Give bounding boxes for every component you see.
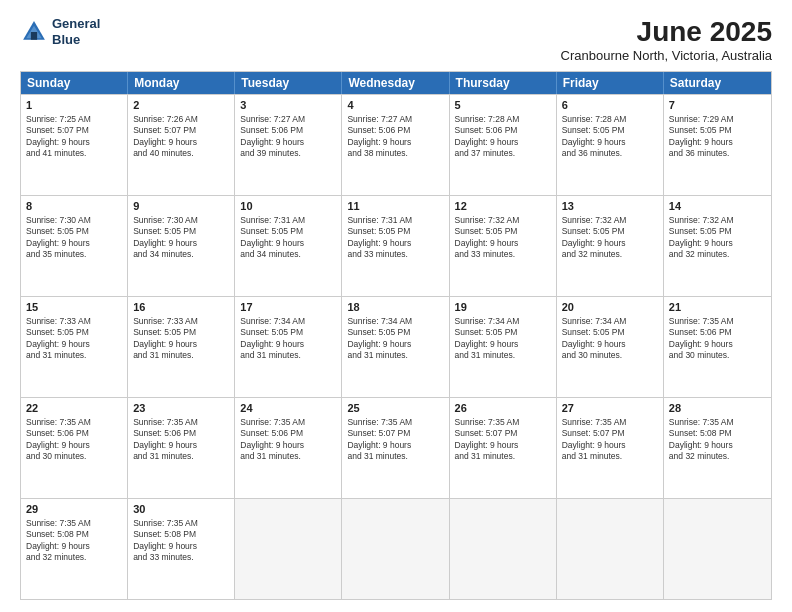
day-info: Sunrise: 7:35 AM Sunset: 5:06 PM Dayligh…: [240, 417, 305, 461]
calendar-cell: 12Sunrise: 7:32 AM Sunset: 5:05 PM Dayli…: [450, 196, 557, 296]
day-info: Sunrise: 7:27 AM Sunset: 5:06 PM Dayligh…: [347, 114, 412, 158]
calendar-cell: 13Sunrise: 7:32 AM Sunset: 5:05 PM Dayli…: [557, 196, 664, 296]
day-number: 1: [26, 98, 122, 113]
day-info: Sunrise: 7:32 AM Sunset: 5:05 PM Dayligh…: [669, 215, 734, 259]
day-info: Sunrise: 7:29 AM Sunset: 5:05 PM Dayligh…: [669, 114, 734, 158]
calendar-header: SundayMondayTuesdayWednesdayThursdayFrid…: [21, 72, 771, 94]
day-info: Sunrise: 7:33 AM Sunset: 5:05 PM Dayligh…: [26, 316, 91, 360]
day-number: 10: [240, 199, 336, 214]
calendar-cell: 14Sunrise: 7:32 AM Sunset: 5:05 PM Dayli…: [664, 196, 771, 296]
day-info: Sunrise: 7:35 AM Sunset: 5:06 PM Dayligh…: [26, 417, 91, 461]
day-info: Sunrise: 7:34 AM Sunset: 5:05 PM Dayligh…: [347, 316, 412, 360]
day-number: 9: [133, 199, 229, 214]
calendar-cell: [342, 499, 449, 599]
svg-rect-2: [31, 32, 37, 40]
day-number: 14: [669, 199, 766, 214]
day-number: 18: [347, 300, 443, 315]
calendar-cell: 25Sunrise: 7:35 AM Sunset: 5:07 PM Dayli…: [342, 398, 449, 498]
calendar-cell: 19Sunrise: 7:34 AM Sunset: 5:05 PM Dayli…: [450, 297, 557, 397]
day-info: Sunrise: 7:27 AM Sunset: 5:06 PM Dayligh…: [240, 114, 305, 158]
logo-icon: [20, 18, 48, 46]
day-info: Sunrise: 7:28 AM Sunset: 5:05 PM Dayligh…: [562, 114, 627, 158]
day-number: 15: [26, 300, 122, 315]
logo-text: General Blue: [52, 16, 100, 47]
logo: General Blue: [20, 16, 100, 47]
calendar-cell: 10Sunrise: 7:31 AM Sunset: 5:05 PM Dayli…: [235, 196, 342, 296]
day-number: 3: [240, 98, 336, 113]
day-info: Sunrise: 7:31 AM Sunset: 5:05 PM Dayligh…: [347, 215, 412, 259]
calendar-cell: 28Sunrise: 7:35 AM Sunset: 5:08 PM Dayli…: [664, 398, 771, 498]
calendar: SundayMondayTuesdayWednesdayThursdayFrid…: [20, 71, 772, 600]
title-block: June 2025 Cranbourne North, Victoria, Au…: [561, 16, 772, 63]
calendar-cell: 26Sunrise: 7:35 AM Sunset: 5:07 PM Dayli…: [450, 398, 557, 498]
day-info: Sunrise: 7:30 AM Sunset: 5:05 PM Dayligh…: [133, 215, 198, 259]
month-title: June 2025: [561, 16, 772, 48]
calendar-cell: 2Sunrise: 7:26 AM Sunset: 5:07 PM Daylig…: [128, 95, 235, 195]
calendar-cell: 27Sunrise: 7:35 AM Sunset: 5:07 PM Dayli…: [557, 398, 664, 498]
calendar-cell: 24Sunrise: 7:35 AM Sunset: 5:06 PM Dayli…: [235, 398, 342, 498]
calendar-header-cell: Wednesday: [342, 72, 449, 94]
day-info: Sunrise: 7:34 AM Sunset: 5:05 PM Dayligh…: [455, 316, 520, 360]
calendar-header-cell: Monday: [128, 72, 235, 94]
day-info: Sunrise: 7:31 AM Sunset: 5:05 PM Dayligh…: [240, 215, 305, 259]
day-number: 30: [133, 502, 229, 517]
calendar-row: 22Sunrise: 7:35 AM Sunset: 5:06 PM Dayli…: [21, 397, 771, 498]
day-number: 24: [240, 401, 336, 416]
day-number: 19: [455, 300, 551, 315]
day-info: Sunrise: 7:30 AM Sunset: 5:05 PM Dayligh…: [26, 215, 91, 259]
day-number: 13: [562, 199, 658, 214]
logo-line2: Blue: [52, 32, 80, 47]
day-number: 20: [562, 300, 658, 315]
day-number: 12: [455, 199, 551, 214]
day-info: Sunrise: 7:35 AM Sunset: 5:06 PM Dayligh…: [133, 417, 198, 461]
day-number: 27: [562, 401, 658, 416]
day-number: 11: [347, 199, 443, 214]
day-number: 6: [562, 98, 658, 113]
calendar-row: 1Sunrise: 7:25 AM Sunset: 5:07 PM Daylig…: [21, 94, 771, 195]
day-number: 23: [133, 401, 229, 416]
day-number: 16: [133, 300, 229, 315]
calendar-cell: [450, 499, 557, 599]
calendar-cell: 29Sunrise: 7:35 AM Sunset: 5:08 PM Dayli…: [21, 499, 128, 599]
day-number: 25: [347, 401, 443, 416]
calendar-header-cell: Friday: [557, 72, 664, 94]
calendar-cell: [664, 499, 771, 599]
calendar-row: 15Sunrise: 7:33 AM Sunset: 5:05 PM Dayli…: [21, 296, 771, 397]
calendar-cell: 30Sunrise: 7:35 AM Sunset: 5:08 PM Dayli…: [128, 499, 235, 599]
calendar-cell: 6Sunrise: 7:28 AM Sunset: 5:05 PM Daylig…: [557, 95, 664, 195]
day-info: Sunrise: 7:35 AM Sunset: 5:06 PM Dayligh…: [669, 316, 734, 360]
calendar-cell: 11Sunrise: 7:31 AM Sunset: 5:05 PM Dayli…: [342, 196, 449, 296]
calendar-cell: 1Sunrise: 7:25 AM Sunset: 5:07 PM Daylig…: [21, 95, 128, 195]
calendar-cell: 15Sunrise: 7:33 AM Sunset: 5:05 PM Dayli…: [21, 297, 128, 397]
calendar-cell: 21Sunrise: 7:35 AM Sunset: 5:06 PM Dayli…: [664, 297, 771, 397]
day-info: Sunrise: 7:35 AM Sunset: 5:08 PM Dayligh…: [133, 518, 198, 562]
day-info: Sunrise: 7:35 AM Sunset: 5:07 PM Dayligh…: [347, 417, 412, 461]
calendar-header-cell: Sunday: [21, 72, 128, 94]
day-number: 8: [26, 199, 122, 214]
day-number: 2: [133, 98, 229, 113]
calendar-cell: 8Sunrise: 7:30 AM Sunset: 5:05 PM Daylig…: [21, 196, 128, 296]
logo-line1: General: [52, 16, 100, 31]
calendar-cell: 23Sunrise: 7:35 AM Sunset: 5:06 PM Dayli…: [128, 398, 235, 498]
calendar-row: 8Sunrise: 7:30 AM Sunset: 5:05 PM Daylig…: [21, 195, 771, 296]
day-info: Sunrise: 7:32 AM Sunset: 5:05 PM Dayligh…: [562, 215, 627, 259]
calendar-cell: 16Sunrise: 7:33 AM Sunset: 5:05 PM Dayli…: [128, 297, 235, 397]
calendar-cell: [557, 499, 664, 599]
calendar-cell: [235, 499, 342, 599]
day-info: Sunrise: 7:34 AM Sunset: 5:05 PM Dayligh…: [562, 316, 627, 360]
calendar-cell: 3Sunrise: 7:27 AM Sunset: 5:06 PM Daylig…: [235, 95, 342, 195]
calendar-cell: 7Sunrise: 7:29 AM Sunset: 5:05 PM Daylig…: [664, 95, 771, 195]
header: General Blue June 2025 Cranbourne North,…: [20, 16, 772, 63]
calendar-row: 29Sunrise: 7:35 AM Sunset: 5:08 PM Dayli…: [21, 498, 771, 599]
day-info: Sunrise: 7:35 AM Sunset: 5:08 PM Dayligh…: [669, 417, 734, 461]
calendar-cell: 4Sunrise: 7:27 AM Sunset: 5:06 PM Daylig…: [342, 95, 449, 195]
day-info: Sunrise: 7:25 AM Sunset: 5:07 PM Dayligh…: [26, 114, 91, 158]
calendar-header-cell: Thursday: [450, 72, 557, 94]
day-info: Sunrise: 7:32 AM Sunset: 5:05 PM Dayligh…: [455, 215, 520, 259]
day-info: Sunrise: 7:34 AM Sunset: 5:05 PM Dayligh…: [240, 316, 305, 360]
day-info: Sunrise: 7:35 AM Sunset: 5:07 PM Dayligh…: [455, 417, 520, 461]
day-info: Sunrise: 7:28 AM Sunset: 5:06 PM Dayligh…: [455, 114, 520, 158]
day-info: Sunrise: 7:26 AM Sunset: 5:07 PM Dayligh…: [133, 114, 198, 158]
day-number: 4: [347, 98, 443, 113]
calendar-cell: 5Sunrise: 7:28 AM Sunset: 5:06 PM Daylig…: [450, 95, 557, 195]
